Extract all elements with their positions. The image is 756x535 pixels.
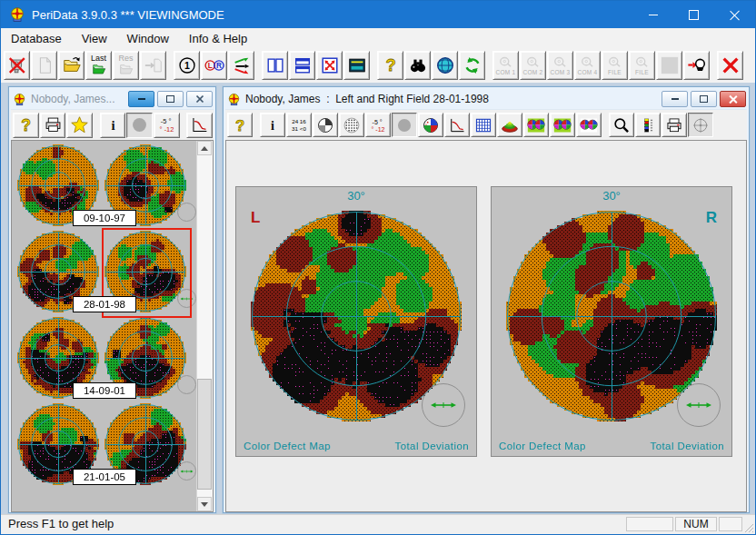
hill-of-vision-button[interactable] — [497, 113, 522, 137]
color-defect-map-button[interactable] — [392, 113, 417, 137]
both-fields-a-button[interactable] — [523, 113, 549, 137]
favorite-button[interactable] — [66, 113, 93, 138]
toolbar-separator — [255, 51, 262, 80]
search-button[interactable] — [404, 51, 431, 80]
maximize-icon — [689, 10, 699, 20]
field-maximize-button[interactable] — [691, 91, 717, 107]
tile-horizontal-button[interactable] — [289, 51, 315, 80]
new-exam-button[interactable] — [31, 51, 57, 80]
svg-text:24 16: 24 16 — [292, 118, 306, 124]
arrange-windows-icon — [320, 55, 340, 75]
info-button[interactable]: i — [100, 113, 126, 138]
com1-port-button[interactable]: COM 1 — [492, 51, 519, 80]
com4-port-button[interactable]: COM 4 — [574, 51, 601, 80]
info-icon: i — [104, 115, 123, 134]
defect-values-button[interactable]: -5 °° -12 — [365, 113, 391, 137]
exam-date-label: 09-10-97 — [73, 210, 136, 226]
help-button[interactable]: ? — [227, 113, 253, 137]
list-window-title-bar[interactable]: Nobody, James... — [11, 89, 214, 109]
open-folder-icon — [62, 55, 82, 75]
color-pie-map-button[interactable] — [418, 113, 443, 137]
eye-indicator-ring — [677, 383, 721, 427]
open-exam-button[interactable] — [58, 51, 85, 80]
both-fields-c-button[interactable] — [576, 113, 602, 137]
maximize-icon — [700, 95, 708, 103]
send-to-device-button[interactable] — [683, 51, 710, 80]
threshold-values-button[interactable]: 24 1631 <0 — [286, 113, 312, 137]
field-window-title-bar[interactable]: Nobody, James : Left and Right Field 28-… — [225, 89, 747, 109]
close-button[interactable] — [714, 1, 755, 28]
exit-button[interactable] — [717, 51, 743, 80]
exam-row: 28-01-98 — [12, 231, 197, 317]
pair-maps-3-icon — [580, 116, 598, 134]
field-view-window: Nobody, James : Left and Right Field 28-… — [223, 86, 750, 513]
open-last-exam-button[interactable]: Last — [85, 51, 112, 80]
grayscale-map-button[interactable] — [313, 113, 338, 137]
list-maximize-button[interactable] — [157, 91, 184, 107]
maximize-button[interactable] — [673, 1, 714, 28]
device-console-button[interactable] — [343, 51, 370, 80]
open-result-button[interactable]: Res — [113, 51, 139, 80]
scrollbar-thumb[interactable] — [197, 379, 212, 490]
send-exam-button[interactable] — [140, 51, 166, 80]
minimize-button[interactable] — [632, 1, 673, 28]
eye-indicator-ring — [177, 375, 196, 394]
tile-horizontal-icon — [293, 55, 313, 75]
tile-vertical-button[interactable] — [262, 51, 288, 80]
close-device-button[interactable] — [4, 51, 30, 80]
print-button[interactable] — [662, 113, 687, 137]
field-minimize-button[interactable] — [662, 91, 688, 107]
button-label: FILE — [635, 70, 649, 75]
eye-direction-icon — [684, 401, 713, 410]
web-button[interactable] — [432, 51, 458, 80]
both-fields-b-button[interactable] — [550, 113, 575, 137]
fixation-target-button[interactable] — [688, 113, 713, 137]
eye-direction-icon — [180, 467, 194, 476]
toolbar-separator — [371, 51, 377, 80]
color-scale-button[interactable] — [635, 113, 661, 137]
minimize-icon — [138, 98, 145, 100]
button-label: Res — [118, 54, 133, 62]
single-field-view-button[interactable]: 1 — [174, 51, 200, 80]
arrange-windows-button[interactable] — [316, 51, 343, 80]
color-defect-map-button[interactable] — [126, 113, 153, 138]
scroll-down-button[interactable] — [197, 497, 212, 511]
zoom-button[interactable] — [609, 113, 634, 137]
menu-info-help[interactable]: Info & Help — [179, 29, 257, 48]
field-degree-label: 30° — [492, 189, 731, 203]
svg-text:° -12: ° -12 — [159, 125, 174, 134]
help-button[interactable]: ? — [377, 51, 403, 80]
hill-3d-icon — [501, 116, 519, 134]
value-table-button[interactable] — [471, 113, 496, 137]
print-button[interactable] — [40, 113, 66, 138]
list-close-button[interactable] — [186, 91, 213, 107]
thumbnail-list-content: 09-10-9728-01-9814-09-0121-01-05 — [11, 140, 214, 512]
vertical-scrollbar[interactable] — [196, 141, 213, 511]
blank-button[interactable] — [656, 51, 682, 80]
button-label: COM 1 — [495, 70, 515, 75]
decay-curve-button[interactable] — [444, 113, 470, 137]
decay-curve-button[interactable] — [186, 113, 213, 138]
list-minimize-button[interactable] — [128, 91, 154, 107]
file-import-1-button[interactable]: FILE — [602, 51, 628, 80]
menu-window[interactable]: Window — [117, 29, 179, 48]
left-right-view-button[interactable]: LR — [201, 51, 227, 80]
file-import-2-button[interactable]: FILE — [629, 51, 655, 80]
refresh-button[interactable] — [459, 51, 485, 80]
dot-map-button[interactable] — [339, 113, 364, 137]
resize-grip[interactable] — [743, 522, 754, 533]
menu-view[interactable]: View — [72, 29, 117, 48]
main-title-bar[interactable]: PeriData 3.9.0.3 *** VIEWINGMODE — [1, 1, 755, 28]
transfer-exams-button[interactable] — [228, 51, 254, 80]
menu-database[interactable]: Database — [1, 29, 72, 48]
com2-port-button[interactable]: COM 2 — [520, 51, 546, 80]
help-button[interactable]: ? — [13, 113, 39, 138]
com3-port-button[interactable]: COM 3 — [547, 51, 573, 80]
eye-direction-icon — [429, 401, 458, 410]
scroll-up-button[interactable] — [197, 141, 212, 155]
printer-icon — [44, 115, 63, 134]
field-close-button[interactable] — [720, 91, 746, 107]
info-button[interactable]: i — [260, 113, 285, 137]
defect-values-button[interactable]: -5 °° -12 — [154, 113, 180, 138]
eye-indicator-ring — [177, 203, 196, 222]
